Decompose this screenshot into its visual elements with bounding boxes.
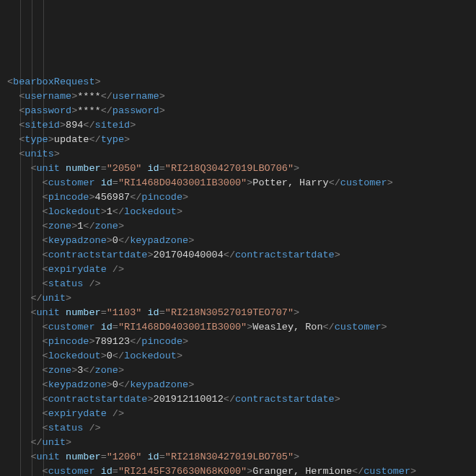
code-line: <password>****</password>: [7, 104, 476, 118]
code-line: <expirydate />: [7, 263, 476, 277]
code-line: <status />: [7, 421, 476, 436]
code-line: <contractstartdate>201912110012</contrac…: [7, 392, 476, 407]
code-line: <unit number="2050" id="RI218Q30427019LB…: [7, 162, 476, 176]
code-line: <type>update</type>: [7, 133, 476, 147]
code-line: <status />: [7, 277, 476, 291]
code-line: <customer id="RI2145F376630N68K000">Gran…: [7, 464, 476, 476]
code-line: </unit>: [7, 291, 476, 306]
code-line: <contractstartdate>201704040004</contrac…: [7, 248, 476, 263]
code-line: <zone>1</zone>: [7, 219, 476, 234]
code-line: </unit>: [7, 436, 476, 450]
code-line: <unit number="1103" id="RI218N30527019TE…: [7, 306, 476, 320]
code-line: <customer id="RI1468D0403001IB3000">Pott…: [7, 176, 476, 190]
code-line: <customer id="RI1468D0403001IB3000">Weas…: [7, 320, 476, 335]
code-editor-viewport: <bearboxRequest> <username>****</usernam…: [0, 0, 476, 476]
code-line: <unit number="1206" id="RI218N30427019LB…: [7, 450, 476, 464]
code-line: <siteid>894</siteid>: [7, 118, 476, 133]
code-line: <keypadzone>0</keypadzone>: [7, 234, 476, 248]
code-line: <pincode>456987</pincode>: [7, 190, 476, 205]
code-line: <expirydate />: [7, 407, 476, 421]
code-line: <units>: [7, 147, 476, 162]
code-lines: <bearboxRequest> <username>****</usernam…: [7, 75, 476, 476]
code-line: <bearboxRequest>: [7, 75, 476, 89]
code-line: <lockedout>0</lockedout>: [7, 349, 476, 363]
code-line: <pincode>789123</pincode>: [7, 335, 476, 349]
code-line: <zone>3</zone>: [7, 363, 476, 378]
code-line: <lockedout>1</lockedout>: [7, 205, 476, 219]
code-line: <username>****</username>: [7, 89, 476, 104]
code-line: <keypadzone>0</keypadzone>: [7, 378, 476, 392]
